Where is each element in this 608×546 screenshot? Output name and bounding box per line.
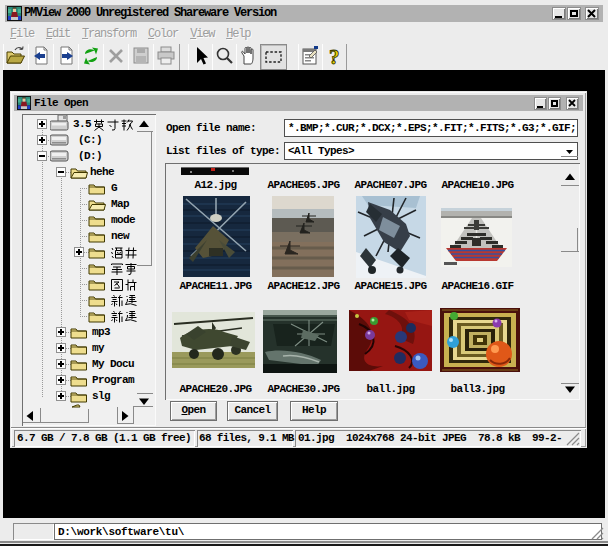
svg-text:?: ? <box>329 45 340 68</box>
